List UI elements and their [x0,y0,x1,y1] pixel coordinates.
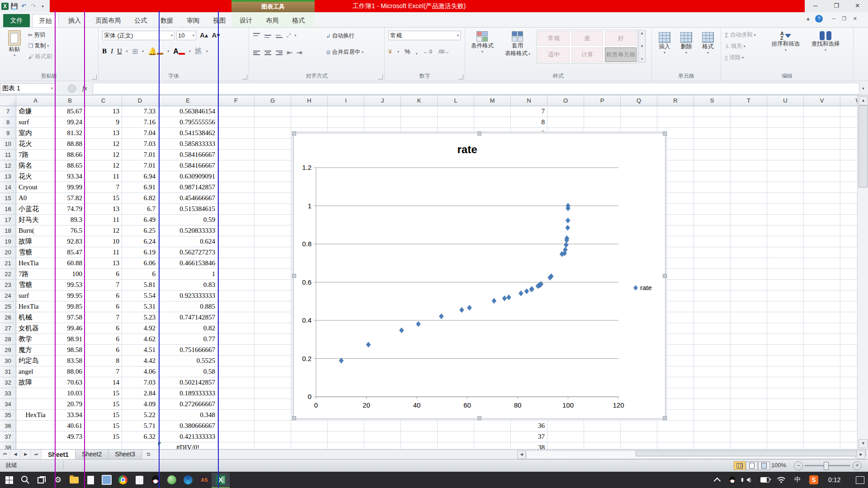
tab-review[interactable]: 审阅 [181,14,205,27]
cell-F16[interactable] [218,204,255,215]
file-explorer-icon[interactable] [69,474,80,485]
cell-N7[interactable]: 7 [511,106,547,117]
gallery-up-icon[interactable]: ▲ [640,31,644,35]
zoom-level[interactable]: 100% [771,462,786,469]
cell-E25[interactable]: 0.885 [158,301,218,312]
cell-W11[interactable] [840,150,857,160]
horizontal-scrollbar[interactable]: ◀ ▶ [514,450,868,459]
column-header-R[interactable]: R [657,95,694,106]
column-header-I[interactable]: I [328,95,364,106]
cell-C33[interactable]: 15 [85,388,122,399]
cell-T13[interactable] [731,171,767,182]
cell-T17[interactable] [731,215,767,225]
cell-V38[interactable] [804,442,840,449]
cell-T15[interactable] [731,193,767,204]
column-header-L[interactable]: L [438,95,474,106]
cell-L7[interactable] [438,106,474,117]
action-center-icon[interactable] [854,474,865,485]
cell-F26[interactable] [218,312,255,323]
cell-D35[interactable]: 5.22 [122,410,158,421]
cell-S20[interactable] [694,247,731,258]
page-layout-view-button[interactable] [746,461,758,470]
row-header-13[interactable]: 13 [0,171,16,182]
cell-D13[interactable]: 6.94 [122,171,158,182]
cell-C30[interactable]: 8 [85,356,122,366]
cell-E12[interactable]: 0.584166667 [158,160,218,171]
cell-U25[interactable] [767,301,804,312]
cell-F10[interactable] [218,139,255,150]
row-header-15[interactable]: 15 [0,193,16,204]
cell-U20[interactable] [767,247,804,258]
cell-U27[interactable] [767,323,804,334]
cell-A16[interactable]: 小蓝花 [16,204,55,215]
cell-W9[interactable] [840,128,857,139]
cell-S38[interactable] [694,442,731,449]
underline-button[interactable]: U [117,47,122,55]
cell-E24[interactable]: 0.923333333 [158,291,218,301]
chart-resize-handle-6[interactable] [477,416,481,420]
insert-function-icon[interactable]: fx [82,84,87,92]
cell-B29[interactable]: 98.58 [55,345,85,356]
cell-T31[interactable] [731,366,767,377]
copy-button[interactable]: ❐复制▾ [28,42,52,50]
cell-C34[interactable]: 15 [85,399,122,410]
cell-I8[interactable] [328,117,364,128]
cell-B23[interactable]: 99.53 [55,280,85,291]
cell-W29[interactable] [840,345,857,356]
cell-F13[interactable] [218,171,255,182]
cell-U31[interactable] [767,366,804,377]
cell-R36[interactable] [657,421,694,432]
cell-G23[interactable] [255,280,291,291]
cell-D12[interactable]: 7.01 [122,160,158,171]
battery-icon[interactable] [760,474,770,485]
cell-V28[interactable] [804,334,840,345]
cell-D33[interactable]: 2.84 [122,388,158,399]
cell-A10[interactable]: 花火 [16,139,55,150]
cell-M38[interactable] [474,442,511,449]
qq-icon[interactable] [150,474,161,485]
conditional-formatting-button[interactable]: 条件格式 ▾ [469,31,496,54]
cell-D16[interactable]: 6.7 [122,204,158,215]
chart-resize-handle-1[interactable] [477,131,481,136]
cell-A36[interactable] [16,421,55,432]
cell-B10[interactable]: 88.88 [55,139,85,150]
cell-B30[interactable]: 83.58 [55,356,85,366]
cell-A28[interactable]: 教学 [16,334,55,345]
cell-W36[interactable] [840,421,857,432]
cell-A13[interactable]: 花火 [16,171,55,182]
cell-F35[interactable] [218,410,255,421]
cell-H8[interactable] [291,117,328,128]
cell-U35[interactable] [767,410,804,421]
zoom-in-icon[interactable]: + [853,461,862,470]
column-header-F[interactable]: F [218,95,255,106]
cell-S35[interactable] [694,410,731,421]
cell-T14[interactable] [731,182,767,193]
cell-P38[interactable] [584,442,621,449]
cell-D22[interactable]: 6 [122,269,158,280]
cell-E28[interactable]: 0.77 [158,334,218,345]
cell-A37[interactable] [16,432,55,442]
cell-G38[interactable] [255,442,291,449]
cell-S34[interactable] [694,399,731,410]
cell-W13[interactable] [840,171,857,182]
chart-resize-handle-4[interactable] [663,274,667,278]
row-header-22[interactable]: 22 [0,269,16,280]
cell-A31[interactable]: angel [16,366,55,377]
cell-D27[interactable]: 4.92 [122,323,158,334]
cell-V19[interactable] [804,236,840,247]
cell-A38[interactable] [16,442,55,449]
orientation-icon[interactable]: ⤢ [287,32,291,38]
qat-customize-button[interactable]: ▾ [39,2,47,10]
cell-E23[interactable]: 0.83 [158,280,218,291]
number-format-combo[interactable]: 常规▾ [388,31,461,40]
cell-G27[interactable] [255,323,291,334]
cell-S28[interactable] [694,334,731,345]
cell-G13[interactable] [255,171,291,182]
cell-U29[interactable] [767,345,804,356]
cell-U26[interactable] [767,312,804,323]
row-header-21[interactable]: 21 [0,258,16,269]
cell-C22[interactable]: 6 [85,269,122,280]
cell-S27[interactable] [694,323,731,334]
cell-W32[interactable] [840,377,857,388]
chart-resize-handle-5[interactable] [292,416,296,420]
